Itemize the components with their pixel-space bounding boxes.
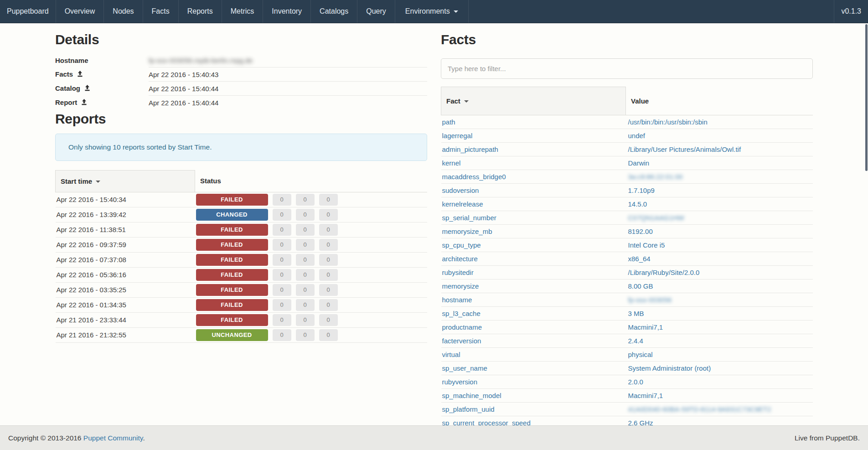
fact-name-link[interactable]: sp_platform_uuid (442, 405, 495, 413)
sort-caret-icon (464, 100, 469, 103)
fact-name-link[interactable]: lagerregal (442, 132, 473, 140)
report-count-badge: 0 (319, 329, 338, 341)
fact-name-link[interactable]: virtual (442, 351, 460, 358)
fact-name-link[interactable]: memorysize_mb (442, 228, 492, 235)
report-count-badge: 0 (319, 269, 338, 281)
fact-name-link[interactable]: sp_user_name (442, 364, 487, 372)
report-start-time: Apr 22 2016 - 03:35:25 (56, 282, 195, 297)
report-count-badge: 0 (273, 239, 291, 251)
report-start-time: Apr 22 2016 - 09:37:59 (56, 237, 195, 252)
report-status-badge: FAILED (196, 299, 268, 311)
facts-column: Facts Fact Value path /usr/bin:/bin:/usr… (434, 23, 820, 430)
report-count-badge: 0 (319, 314, 338, 326)
fact-name-link[interactable]: hostname (442, 296, 472, 304)
fact-value: 3 MB (628, 310, 644, 317)
fact-name-link[interactable]: productname (442, 323, 482, 331)
fact-name-link[interactable]: sp_serial_number (442, 214, 496, 222)
fact-value: 14.5.0 (628, 200, 647, 208)
report-count-badge: 0 (319, 254, 338, 266)
fact-row: rubysitedir /Library/Ruby/Site/2.0.0 (441, 266, 813, 279)
report-count-badge: 0 (273, 194, 291, 206)
fact-column-header[interactable]: Fact (441, 87, 626, 115)
report-count-badge: 0 (273, 209, 291, 221)
fact-name-link[interactable]: architecture (442, 255, 478, 263)
nav-item-query[interactable]: Query (357, 0, 395, 23)
facts-timestamp: Apr 22 2016 - 15:40:43 (149, 71, 218, 78)
hostname-value: fp-osx-003056.mpib-berlin.mpg.de (149, 57, 253, 64)
fact-name-link[interactable]: rubysitedir (442, 269, 474, 276)
nav-item-catalogs[interactable]: Catalogs (311, 0, 357, 23)
fact-name-link[interactable]: memorysize (442, 282, 479, 290)
report-status-badge: FAILED (196, 254, 268, 266)
puppet-community-link[interactable]: Puppet Community (83, 434, 143, 442)
nav-item-facts[interactable]: Facts (143, 0, 179, 23)
report-count-badge: 0 (319, 284, 338, 296)
fact-row: sp_cpu_type Intel Core i5 (441, 238, 813, 252)
fact-name-link[interactable]: path (442, 118, 455, 126)
fact-row: sp_machine_model Macmini7,1 (441, 389, 813, 403)
fact-name-link[interactable]: kernel (442, 159, 461, 167)
start-time-column-header[interactable]: Start time (56, 170, 195, 192)
fact-name-link[interactable]: admin_picturepath (442, 145, 498, 153)
fact-row: productname Macmini7,1 (441, 321, 813, 334)
chevron-down-icon (454, 10, 458, 13)
fact-value: Macmini7,1 (628, 392, 663, 399)
fact-row: memorysize_mb 8192.00 (441, 225, 813, 238)
fact-value: x86_64 (628, 255, 651, 263)
fact-name-link[interactable]: macaddress_bridge0 (442, 173, 506, 181)
report-count-badge: 0 (296, 254, 315, 266)
details-title: Details (55, 31, 427, 48)
fact-name-link[interactable]: facterversion (442, 337, 481, 345)
fact-name-link[interactable]: rubyversion (442, 378, 478, 386)
nav-item-metrics[interactable]: Metrics (222, 0, 264, 23)
upload-icon (77, 71, 83, 79)
facts-filter-input[interactable] (441, 58, 813, 79)
reports-title: Reports (55, 111, 427, 127)
report-row: Apr 22 2016 - 13:39:42 CHANGED 0 0 0 (56, 207, 428, 222)
nav-item-overview[interactable]: Overview (56, 0, 104, 23)
fact-row: sudoversion 1.7.10p9 (441, 184, 813, 197)
report-start-time: Apr 22 2016 - 13:39:42 (56, 207, 195, 222)
nav-item-reports[interactable]: Reports (179, 0, 222, 23)
nav-environments-dropdown[interactable]: Environments (395, 0, 469, 23)
report-row: Apr 21 2016 - 21:32:55 UNCHANGED 0 0 0 (56, 327, 428, 342)
report-row: Apr 22 2016 - 01:34:35 FAILED 0 0 0 (56, 297, 428, 312)
copyright-text: Copyright © 2013-2016 Puppet Community. (8, 434, 145, 442)
fact-name-link[interactable]: sp_cpu_type (442, 241, 481, 249)
app-version: v0.1.3 (834, 0, 868, 23)
report-count-badge: 0 (296, 314, 315, 326)
fact-name-link[interactable]: sp_machine_model (442, 392, 501, 399)
fact-row: sp_platform_uuid 41A0D040-60BA-59TD-8114… (441, 403, 813, 416)
nav-item-inventory[interactable]: Inventory (263, 0, 311, 23)
fact-row: architecture x86_64 (441, 252, 813, 266)
report-count-badge: 0 (319, 239, 338, 251)
fact-name-link[interactable]: sudoversion (442, 186, 479, 194)
report-start-time: Apr 21 2016 - 23:33:44 (56, 312, 195, 327)
fact-row: sp_user_name System Administrator (root) (441, 362, 813, 375)
fact-row: virtual physical (441, 348, 813, 362)
scrollbar-thumb[interactable] (865, 24, 868, 171)
nav-brand-puppetboard[interactable]: Puppetboard (0, 0, 56, 23)
catalog-label: Catalog (55, 84, 80, 92)
report-count-badge: 0 (319, 209, 338, 221)
fact-value: undef (628, 132, 646, 140)
fact-row: facterversion 2.4.4 (441, 334, 813, 348)
report-timestamp: Apr 22 2016 - 15:40:44 (149, 99, 218, 107)
report-count-badge: 0 (296, 224, 315, 236)
nav-item-nodes[interactable]: Nodes (104, 0, 143, 23)
fact-name-link[interactable]: sp_l3_cache (442, 310, 480, 317)
value-column-header: Value (626, 87, 813, 115)
fact-row: lagerregal undef (441, 129, 813, 143)
report-start-time: Apr 22 2016 - 01:34:35 (56, 297, 195, 312)
report-count-badge: 0 (319, 224, 338, 236)
report-row: Apr 21 2016 - 23:33:44 FAILED 0 0 0 (56, 312, 428, 327)
fact-value: 2.4.4 (628, 337, 643, 345)
fact-value: 2.0.0 (628, 378, 643, 386)
report-start-time: Apr 22 2016 - 05:36:16 (56, 267, 195, 282)
report-count-badge: 0 (296, 209, 315, 221)
fact-value: fp-osx-003056 (628, 296, 672, 304)
details-row-hostname: Hostname fp-osx-003056.mpib-berlin.mpg.d… (55, 54, 427, 67)
reports-info-alert: Only showing 10 reports sorted by Start … (55, 134, 427, 161)
report-count-badge: 0 (319, 299, 338, 311)
fact-name-link[interactable]: kernelrelease (442, 200, 483, 208)
